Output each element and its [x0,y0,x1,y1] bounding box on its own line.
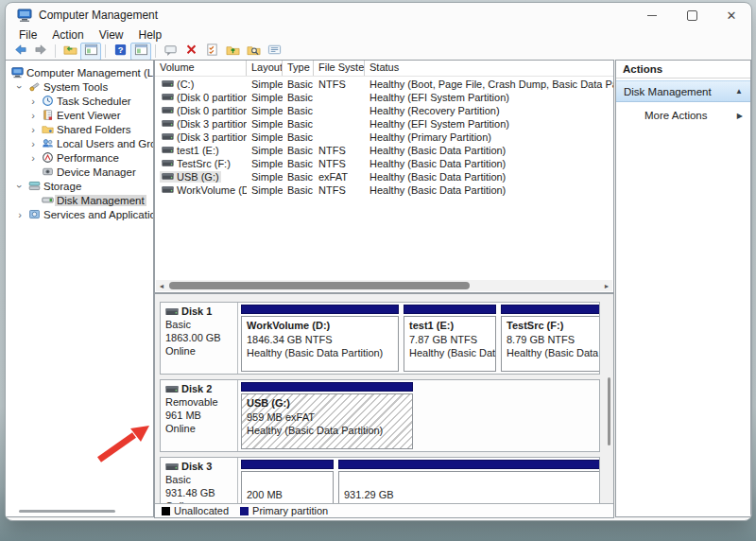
volume-type-cell: Basic [283,92,314,103]
tree-item-system-tools[interactable]: ›System Tools [6,79,153,94]
scroll-right-arrow-icon[interactable]: ► [601,280,612,291]
volume-status-cell: Healthy (EFI System Partition) [365,118,613,130]
toolbar-folder-search-button[interactable] [243,43,264,61]
toolbar-folder-up-button[interactable] [222,43,243,61]
disk-label-cell[interactable]: Disk 1Basic1863.00 GBOnline [161,303,238,374]
partition-color-bar [501,305,599,314]
chevron-collapsed-icon[interactable]: › [28,153,38,163]
tree-item-computer-management-local[interactable]: Computer Management (Local [6,65,153,79]
tree-horizontal-scrollbar[interactable] [19,510,115,513]
toolbar-checklist-button[interactable] [201,43,222,61]
toolbar-console-window-2-button[interactable] [130,43,151,61]
chevron-collapsed-icon[interactable]: › [15,210,25,219]
minimize-button[interactable] [632,3,672,27]
tree-item-device-manager[interactable]: Device Manager [6,165,153,179]
volume-status-cell: Healthy (Basic Data Partition) [365,158,613,169]
partition-test1-e[interactable]: test1 (E:)7.87 GB NTFSHealthy (Basic Dat… [404,305,496,372]
toolbar-console-window-button[interactable] [80,43,101,61]
delete-icon [184,43,198,61]
volume-name: (Disk 3 partition 2) [177,131,247,143]
collapse-arrow-icon[interactable]: ▲ [735,87,743,96]
tree-item-local-users-and-groups[interactable]: ›Local Users and Groups [6,136,153,150]
toolbar-back-button[interactable] [9,43,30,61]
tree-item-performance[interactable]: ›Performance [6,150,153,165]
partition-body: TestSrc (F:)8.79 GB NTFSHealthy (Basic D… [501,316,599,372]
scroll-left-arrow-icon[interactable]: ◄ [156,280,167,291]
volume-row[interactable]: (Disk 3 partition 1)SimpleBasicHealthy (… [155,117,613,131]
menu-help[interactable]: Help [131,28,170,42]
tree-item-shared-folders[interactable]: ›Shared Folders [6,122,153,136]
partition-size: 931.29 GB [344,488,599,502]
chevron-collapsed-icon[interactable]: › [28,96,38,106]
forward-icon [34,43,48,61]
scroll-thumb[interactable] [169,282,470,289]
toolbar-forward-button[interactable] [30,43,51,61]
chevron-collapsed-icon[interactable]: › [28,111,38,120]
column-header-layout[interactable]: Layout [247,61,283,76]
partition-size: 200 MB [247,488,328,502]
shared-folders-icon [42,123,54,135]
column-header-status[interactable]: Status [365,61,613,76]
volume-name-cell: (C:) [155,79,247,91]
partition-size: 7.87 GB NTFS [409,333,490,347]
volume-row[interactable]: TestSrc (F:)SimpleBasicNTFSHealthy (Basi… [155,157,613,170]
menu-action[interactable]: Action [44,28,91,42]
window-controls: ✕ [632,3,751,27]
volume-row[interactable]: (C:)SimpleBasicNTFSHealthy (Boot, Page F… [155,78,613,91]
chevron-expanded-icon[interactable]: › [15,82,25,92]
close-button[interactable]: ✕ [712,3,751,27]
partition-status: Healthy (Basic Data Partition) [247,424,407,438]
chevron-collapsed-icon[interactable]: › [28,139,38,148]
toolbar-popup-window-button[interactable] [160,43,180,61]
tree-item-label: Performance [55,152,121,164]
toolbar-export-folder-button[interactable] [60,43,80,61]
disk-legend: UnallocatedPrimary partition [155,503,613,517]
maximize-icon [687,10,697,21]
disk-graphical-pane: Disk 1Basic1863.00 GBOnlineWorkVolume (D… [154,293,614,518]
chevron-collapsed-icon[interactable]: › [28,125,38,134]
volume-row[interactable]: (Disk 0 partition 1)SimpleBasicHealthy (… [155,91,613,104]
tree-item-services-and-applications[interactable]: ›Services and Applications [6,207,153,221]
maximize-button[interactable] [672,3,712,27]
tree-item-label: Disk Management [55,195,146,206]
more-actions-item[interactable]: More Actions ▶ [616,106,750,125]
submenu-arrow-icon: ▶ [737,112,743,120]
volume-status-cell: Healthy (Basic Data Partition) [365,171,613,183]
partition-usb-g[interactable]: USB (G:)959 MB exFATHealthy (Basic Data … [241,382,413,449]
volume-row[interactable]: (Disk 3 partition 2)SimpleBasicHealthy (… [155,131,613,144]
menu-view[interactable]: View [92,28,131,42]
menu-file[interactable]: File [11,28,44,42]
tree-item-storage[interactable]: ›Storage [6,179,153,193]
column-header-type[interactable]: Type [283,61,314,76]
column-header-volume[interactable]: Volume [155,61,247,76]
partition-status: Healthy (Basic Data Partition) [409,346,490,360]
volume-row[interactable]: USB (G:)SimpleBasicexFATHealthy (Basic D… [155,170,613,183]
partition-color-bar [404,305,496,314]
disk-vertical-scrollbar[interactable] [608,377,610,445]
partition-testsrc-f[interactable]: TestSrc (F:)8.79 GB NTFSHealthy (Basic D… [501,305,599,372]
partition-size: 8.79 GB NTFS [507,333,599,347]
svg-text:?: ? [117,45,123,55]
back-icon [13,43,27,61]
partition-color-bar [241,382,413,392]
volume-name: WorkVolume (D:) [177,184,247,196]
chevron-expanded-icon[interactable]: › [15,182,25,191]
tree-item-disk-management[interactable]: Disk Management [6,193,153,207]
actions-group-disk-management[interactable]: Disk Management ▲ [616,80,750,102]
toolbar-details-view-button[interactable] [264,43,284,61]
volume-name-cell: (Disk 0 partition 4) [155,105,247,117]
folder-up-icon [226,43,240,61]
tree-item-event-viewer[interactable]: ›Event Viewer [6,108,153,122]
column-header-file-system[interactable]: File System [314,61,365,76]
tree-item-task-scheduler[interactable]: ›Task Scheduler [6,94,153,108]
toolbar-help-button[interactable]: ? [110,43,130,61]
toolbar-delete-button[interactable] [180,43,201,61]
partition-workvolume-d[interactable]: WorkVolume (D:)1846.34 GB NTFSHealthy (B… [241,305,399,372]
volume-row[interactable]: (Disk 0 partition 4)SimpleBasicHealthy (… [155,104,613,117]
volume-type-cell: Basic [283,105,314,116]
volume-name: (Disk 0 partition 1) [177,92,247,103]
volume-horizontal-scrollbar[interactable]: ◄ ► [156,280,612,291]
volume-row[interactable]: test1 (E:)SimpleBasicNTFSHealthy (Basic … [155,144,613,157]
tree-item-label: System Tools [42,81,110,93]
volume-row[interactable]: WorkVolume (D:)SimpleBasicNTFSHealthy (B… [155,183,613,197]
